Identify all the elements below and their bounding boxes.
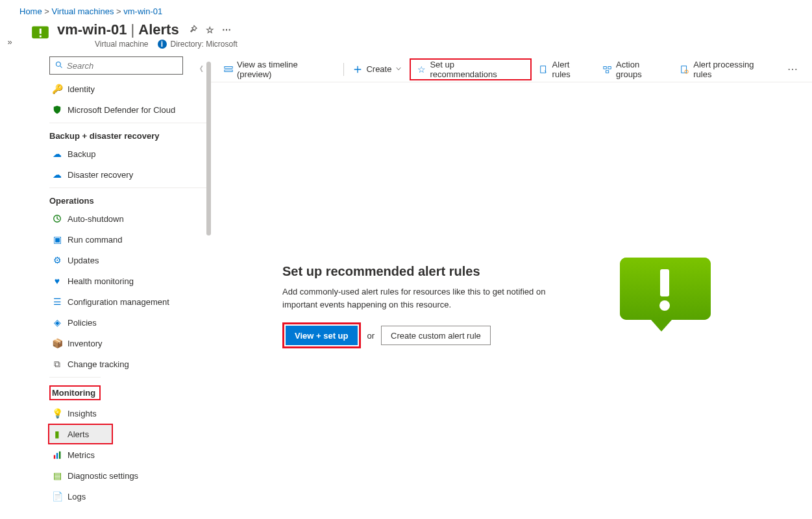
breadcrumb-vms[interactable]: Virtual machines	[52, 6, 114, 16]
pin-icon[interactable]	[188, 24, 198, 36]
sidebar-item-label: Health monitoring	[68, 276, 134, 286]
sidebar-item-label: Diagnostic settings	[68, 471, 138, 481]
box-icon: 📦	[51, 338, 64, 348]
toolbar-label: View as timeline (preview)	[237, 60, 334, 79]
sidebar-search[interactable]	[49, 56, 183, 75]
sidebar-item-backup[interactable]: ☁ Backup	[49, 143, 199, 164]
expand-nav-chevrons[interactable]: »	[0, 18, 19, 507]
sidebar-item-identity[interactable]: 🔑 Identity	[49, 78, 199, 99]
sidebar-item-config[interactable]: ☰ Configuration management	[49, 291, 199, 312]
sidebar-item-inventory[interactable]: 📦 Inventory	[49, 333, 199, 354]
toolbar-more[interactable]: ⋯	[781, 63, 806, 75]
gear-icon: ⚙	[51, 255, 64, 265]
track-icon: ⧉	[51, 359, 64, 370]
sidebar-item-label: Policies	[68, 318, 97, 328]
sidebar-item-defender[interactable]: Microsoft Defender for Cloud	[49, 99, 199, 120]
info-icon[interactable]: i	[158, 40, 167, 49]
page-header: vm-win-01 | Alerts ☆ ⋯ Virtual machine i…	[19, 18, 812, 53]
alerts-icon: ▮	[51, 429, 64, 439]
or-separator: or	[367, 331, 375, 341]
svg-rect-2	[40, 36, 42, 38]
sidebar-item-label: Configuration management	[68, 297, 169, 307]
sidebar-scrollbar[interactable]	[206, 62, 211, 235]
sidebar-item-disaster[interactable]: ☁ Disaster recovery	[49, 164, 199, 185]
empty-state-desc: Add commonly-used alert rules for resour…	[282, 285, 561, 311]
toolbar-view-timeline[interactable]: View as timeline (preview)	[217, 60, 341, 79]
svg-rect-13	[608, 67, 611, 69]
checklist-icon: ▤	[51, 470, 64, 481]
sidebar-item-label: Insights	[68, 409, 97, 418]
svg-point-3	[56, 62, 61, 66]
toolbar-setup-recommendations[interactable]: ☆ Set up recommendations	[411, 60, 530, 79]
svg-rect-15	[682, 66, 687, 73]
directory-label: Directory:	[171, 40, 204, 49]
sidebar-item-label: Microsoft Defender for Cloud	[68, 105, 175, 115]
breadcrumb-current[interactable]: vm-win-01	[123, 6, 162, 16]
toolbar-label: Alert rules	[552, 60, 590, 79]
timeline-icon	[224, 65, 233, 74]
chevron-down-icon	[395, 64, 402, 74]
list-icon: ☰	[51, 296, 64, 307]
toolbar-label: Action groups	[616, 60, 667, 79]
main-content: View as timeline (preview) Create	[211, 56, 812, 507]
search-input[interactable]	[67, 61, 177, 71]
sidebar-item-health[interactable]: ♥ Health monitoring	[49, 271, 199, 291]
svg-rect-10	[225, 70, 232, 72]
sidebar-item-insights[interactable]: 💡 Insights	[49, 403, 199, 424]
toolbar-label: Alert processing rules	[693, 60, 774, 79]
sidebar-group-backup: Backup + disaster recovery	[49, 123, 211, 143]
sidebar-item-runcommand[interactable]: ▣ Run command	[49, 229, 199, 250]
sidebar-item-label: Disaster recovery	[68, 170, 133, 180]
svg-rect-9	[225, 67, 232, 69]
svg-rect-1	[40, 29, 42, 34]
favorite-star-icon[interactable]: ☆	[206, 25, 214, 36]
sidebar-item-changetracking[interactable]: ⧉ Change tracking	[49, 354, 199, 374]
disaster-icon: ☁	[51, 169, 64, 180]
toolbar-create[interactable]: Create	[347, 60, 408, 79]
sidebar-item-label: Alerts	[68, 429, 89, 439]
processing-icon	[680, 65, 689, 74]
logs-icon: 📄	[51, 491, 64, 501]
terminal-icon: ▣	[51, 234, 64, 245]
search-icon	[55, 61, 63, 71]
svg-point-21	[659, 300, 670, 311]
more-icon[interactable]: ⋯	[222, 25, 231, 36]
breadcrumb: Home > Virtual machines > vm-win-01	[0, 0, 812, 18]
create-custom-alert-button[interactable]: Create custom alert rule	[381, 326, 491, 345]
lightbulb-icon: 💡	[51, 408, 64, 418]
sidebar-item-logs[interactable]: 📄 Logs	[49, 486, 199, 507]
toolbar-processing-rules[interactable]: Alert processing rules	[674, 60, 781, 79]
alert-bubble-icon	[620, 258, 711, 329]
svg-marker-19	[651, 320, 672, 332]
sidebar-item-updates[interactable]: ⚙ Updates	[49, 250, 199, 271]
view-set-up-button[interactable]: View + set up	[286, 326, 358, 345]
backup-icon: ☁	[51, 149, 64, 159]
sidebar-item-autoshutdown[interactable]: Auto-shutdown	[49, 208, 199, 229]
monitoring-highlight: Monitoring	[49, 385, 101, 400]
shield-icon	[51, 105, 64, 114]
key-icon: 🔑	[51, 84, 64, 94]
sidebar-item-policies[interactable]: ◈ Policies	[49, 312, 199, 333]
svg-rect-14	[606, 71, 608, 73]
sidebar-item-diag[interactable]: ▤ Diagnostic settings	[49, 465, 199, 486]
svg-rect-20	[660, 269, 669, 296]
sidebar-item-alerts[interactable]: ▮ Alerts	[49, 425, 112, 443]
sidebar-item-label: Logs	[68, 492, 86, 501]
toolbar-alert-rules[interactable]: Alert rules	[533, 60, 597, 79]
star-icon: ☆	[417, 64, 426, 75]
collapse-sidebar-icon[interactable]: 《	[196, 64, 202, 74]
sidebar-group-operations: Operations	[49, 187, 211, 208]
heart-icon: ♥	[51, 276, 64, 286]
toolbar-action-groups[interactable]: Action groups	[597, 60, 674, 79]
sidebar-item-label: Backup	[68, 149, 95, 159]
page-title-resource: vm-win-01	[57, 21, 127, 38]
sidebar-item-metrics[interactable]: Metrics	[49, 444, 199, 465]
breadcrumb-home[interactable]: Home	[19, 6, 42, 16]
directory-value: Microsoft	[206, 40, 238, 49]
rules-icon	[539, 65, 548, 74]
sidebar-item-label: Auto-shutdown	[68, 214, 124, 224]
sidebar-item-label: Metrics	[68, 450, 95, 460]
sidebar-item-label: Identity	[68, 84, 95, 94]
clock-icon	[51, 214, 64, 223]
bar-chart-icon	[51, 451, 64, 459]
